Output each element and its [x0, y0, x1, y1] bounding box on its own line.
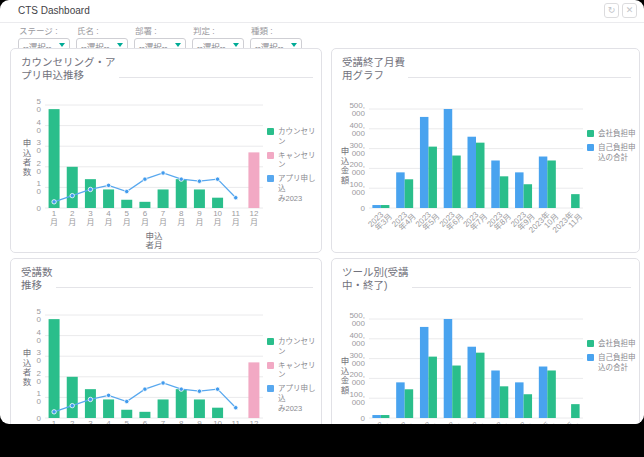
- svg-text:7: 7: [161, 419, 166, 424]
- bars-series-1: [381, 353, 580, 418]
- filter-label-kind: 種類 :: [251, 24, 302, 36]
- legend-item[interactable]: 会社負担申: [587, 129, 636, 139]
- legend-label: アプリ申し込 み2023: [278, 384, 321, 413]
- svg-text:1: 1: [52, 209, 57, 218]
- legend-swatch: [267, 362, 274, 369]
- y-axis-title: 申込金額: [338, 357, 350, 395]
- svg-text:月: 月: [68, 218, 76, 227]
- y-axis-title: 申込金額: [338, 147, 350, 185]
- svg-text:2: 2: [70, 419, 75, 424]
- svg-text:2023年5月: 2023年5月: [414, 207, 442, 235]
- svg-text:10: 10: [213, 209, 222, 218]
- svg-text:6: 6: [143, 419, 148, 424]
- svg-text:月: 月: [177, 218, 185, 227]
- panel-attendance-trend: 010203040501月2月3月4月5月6月7月8月9月10月11月12月申込…: [10, 258, 322, 424]
- svg-text:4: 4: [106, 419, 111, 424]
- svg-text:000: 000: [352, 109, 366, 118]
- svg-text:1: 1: [52, 419, 57, 424]
- chevron-down-icon: [291, 43, 297, 47]
- refresh-icon[interactable]: ↻: [604, 3, 619, 18]
- svg-text:000: 000: [352, 339, 366, 348]
- legend-swatch: [267, 128, 274, 135]
- svg-text:0: 0: [361, 414, 366, 423]
- svg-text:5: 5: [125, 419, 130, 424]
- panel-completion-month-cost: 0100,000200,000300,000400,000500,0002023…: [331, 48, 640, 253]
- svg-text:0: 0: [37, 414, 42, 423]
- svg-text:000: 000: [352, 378, 366, 387]
- legend-item[interactable]: 会社負担申: [587, 339, 636, 349]
- legend-swatch: [267, 175, 274, 182]
- svg-text:2023年3月: 2023年3月: [366, 207, 394, 235]
- legend-item[interactable]: カウンセリン: [267, 337, 321, 357]
- svg-text:2023年8月: 2023年8月: [485, 207, 513, 235]
- legend-item[interactable]: 自己負担申 込の合計: [587, 353, 636, 373]
- svg-text:月: 月: [159, 218, 167, 227]
- y-axis-title: 申込者数: [20, 349, 32, 387]
- legend-item[interactable]: 自己負担申 込の合計: [587, 143, 636, 163]
- legend-swatch: [587, 340, 594, 347]
- svg-text:000: 000: [352, 168, 366, 177]
- svg-text:0: 0: [37, 105, 42, 114]
- legend-label: アプリ申し込 み2023: [278, 174, 321, 203]
- svg-text:0: 0: [37, 167, 42, 176]
- legend-swatch: [267, 385, 274, 392]
- x-tick-labels: 2023年3月2023年4月2023年5月2023年6月2023年7月2023年…: [366, 206, 584, 240]
- svg-text:2023年4月: 2023年4月: [390, 207, 418, 235]
- panel-by-tool: 0100,000200,000300,000400,000500,0002023…: [331, 258, 640, 424]
- x-tick-labels: 1月2月3月4月5月6月7月8月9月10月11月12月申込者月: [50, 419, 259, 424]
- filter-label-stage: ステージ :: [19, 24, 70, 36]
- svg-text:9: 9: [197, 419, 202, 424]
- titlebar: CTS Dashboard ↻ ✕: [0, 0, 644, 23]
- svg-text:月: 月: [141, 218, 149, 227]
- panel-title-row: カウンセリング・ア プリ申込推移: [21, 56, 313, 82]
- legend-swatch: [267, 152, 274, 159]
- chart-legend: カウンセリンキャンセリンアプリ申し込 み2023: [267, 127, 321, 203]
- legend-item[interactable]: アプリ申し込 み2023: [267, 384, 321, 413]
- x-tick-labels: 1月2月3月4月5月6月7月8月9月10月11月12月申込者月: [50, 209, 259, 249]
- screen-background: CTS Dashboard ↻ ✕ ステージ :--選択--氏名 :--選択--…: [0, 0, 644, 457]
- legend-label: キャンセリン: [278, 361, 321, 381]
- legend-label: 会社負担申: [598, 129, 636, 139]
- close-icon[interactable]: ✕: [622, 3, 637, 18]
- legend-item[interactable]: キャンセリン: [267, 361, 321, 381]
- bars-series-1: [248, 362, 259, 418]
- chart-title: ツール別(受講 中・終了): [342, 266, 409, 292]
- legend-swatch: [587, 354, 594, 361]
- svg-text:4: 4: [106, 209, 111, 218]
- svg-text:2023年11月: 2023年11月: [550, 206, 584, 240]
- svg-text:000: 000: [352, 398, 366, 407]
- bars-series-1: [248, 152, 259, 208]
- svg-text:月: 月: [50, 218, 58, 227]
- svg-text:11: 11: [232, 419, 241, 424]
- svg-text:000: 000: [352, 319, 366, 328]
- legend-item[interactable]: キャンセリン: [267, 151, 321, 171]
- chevron-down-icon: [117, 43, 123, 47]
- svg-text:0: 0: [37, 204, 42, 213]
- chart-title: カウンセリング・ア プリ申込推移: [21, 56, 116, 82]
- svg-text:0: 0: [37, 356, 42, 365]
- svg-text:10: 10: [213, 419, 222, 424]
- svg-text:0: 0: [361, 204, 366, 213]
- svg-text:3: 3: [88, 419, 93, 424]
- legend-label: カウンセリン: [278, 127, 321, 147]
- legend-label: キャンセリン: [278, 151, 321, 171]
- svg-text:000: 000: [352, 359, 366, 368]
- chevron-down-icon: [175, 43, 181, 47]
- bars-series-0: [49, 109, 224, 208]
- panel-title-row: 受講終了月費 用グラフ: [342, 56, 631, 82]
- chevron-down-icon: [59, 43, 65, 47]
- chart-legend: 会社負担申自己負担申 込の合計: [587, 129, 636, 162]
- legend-item[interactable]: カウンセリン: [267, 127, 321, 147]
- legend-swatch: [587, 144, 594, 151]
- svg-text:2023年7月: 2023年7月: [461, 207, 489, 235]
- legend-item[interactable]: アプリ申し込 み2023: [267, 174, 321, 203]
- svg-text:0: 0: [37, 315, 42, 324]
- svg-text:月: 月: [105, 218, 113, 227]
- panel-counseling-app-trend: 010203040501月2月3月4月5月6月7月8月9月10月11月12月申込…: [10, 48, 322, 253]
- svg-text:8: 8: [179, 209, 184, 218]
- svg-text:0: 0: [37, 397, 42, 406]
- legend-label: 会社負担申: [598, 339, 636, 349]
- svg-text:0: 0: [37, 377, 42, 386]
- legend-label: 自己負担申 込の合計: [598, 353, 636, 373]
- filter-label-name: 氏名 :: [77, 24, 128, 36]
